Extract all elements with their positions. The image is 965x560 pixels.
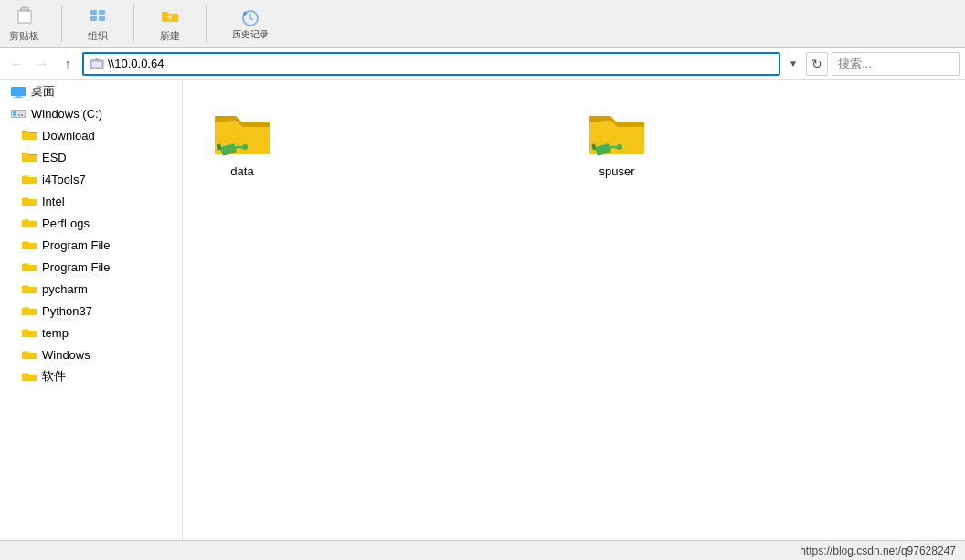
sidebar-item-desktop[interactable]: 桌面 [0, 80, 182, 102]
main-layout: 桌面 Windows (C:) Download [0, 80, 965, 540]
toolbar-sep-3 [206, 5, 207, 42]
svg-rect-2 [21, 7, 28, 11]
toolbar-open-icons: 历史记录 [228, 6, 272, 43]
status-text: https://blog.csdn.net/q97628247 [800, 544, 956, 557]
sidebar-esd-label: ESD [42, 151, 67, 164]
folder-icon-software [22, 370, 37, 383]
svg-text:+: + [167, 13, 172, 22]
folder-icon-esd [22, 151, 37, 164]
svg-rect-11 [92, 62, 101, 67]
sidebar-item-pycharm[interactable]: pycharm [0, 278, 182, 300]
folder-icon-programfile1 [22, 238, 37, 251]
sidebar-item-i4tools7[interactable]: i4Tools7 [0, 168, 182, 190]
folder-icon-i4tools7 [22, 173, 37, 185]
status-bar: https://blog.csdn.net/q97628247 [0, 540, 965, 560]
toolbar-paste-btn[interactable] [11, 4, 38, 27]
address-bar: ← → ↑ ▼ ↻ [0, 48, 965, 80]
toolbar-new-folder-btn[interactable]: + [156, 4, 184, 27]
folder-item-spuser[interactable]: spuser [576, 99, 658, 184]
toolbar-clipboard-icons [11, 4, 38, 27]
folder-spuser-name: spuser [599, 164, 634, 178]
svg-rect-18 [13, 111, 16, 116]
sidebar-item-windows-drive[interactable]: Windows (C:) [0, 102, 182, 124]
folder-icon-download [22, 129, 37, 142]
search-input[interactable] [838, 57, 953, 70]
toolbar-group-new: + 新建 [156, 4, 184, 47]
sidebar-item-programfile2[interactable]: Program File [0, 256, 182, 278]
folder-item-data[interactable]: data [201, 99, 283, 184]
svg-rect-6 [99, 16, 105, 21]
svg-rect-1 [18, 11, 31, 23]
toolbar-new-icons: + [156, 4, 184, 27]
sidebar-drive-label: Windows (C:) [31, 107, 102, 121]
toolbar-group-clipboard: 剪贴板 [9, 4, 39, 47]
svg-point-23 [242, 144, 248, 150]
toolbar-sep-2 [133, 5, 134, 42]
network-folder-spuser-icon [585, 104, 649, 161]
sidebar-item-software[interactable]: 软件 [0, 365, 182, 387]
history-icon [240, 8, 260, 28]
svg-rect-5 [90, 16, 97, 21]
back-button[interactable]: ← [5, 53, 27, 75]
sidebar-intel-label: Intel [42, 195, 65, 208]
svg-rect-3 [90, 10, 97, 15]
search-box [832, 52, 960, 76]
folder-icon-pycharm [22, 282, 37, 295]
sidebar-item-perflogs[interactable]: PerfLogs [0, 212, 182, 234]
folder-icon-perflogs [22, 217, 37, 229]
toolbar-organize-btn[interactable] [84, 4, 111, 27]
sidebar-i4tools7-label: i4Tools7 [42, 173, 86, 186]
history-label: 历史记录 [232, 28, 269, 41]
address-input[interactable] [108, 57, 773, 70]
paste-icon [15, 5, 35, 26]
sidebar-download-label: Download [42, 129, 95, 143]
toolbar-clipboard-label: 剪贴板 [9, 29, 39, 43]
desktop-icon [11, 85, 26, 98]
sidebar-item-esd[interactable]: ESD [0, 146, 182, 168]
forward-button[interactable]: → [31, 53, 53, 75]
up-button[interactable]: ↑ [57, 53, 79, 75]
new-folder-icon: + [160, 5, 180, 26]
toolbar-group-organize: 组织 [84, 4, 111, 47]
sidebar-item-python37[interactable]: Python37 [0, 300, 182, 322]
sidebar-software-label: 软件 [42, 368, 66, 385]
address-dropdown-btn[interactable]: ▼ [784, 53, 802, 75]
content-area: data spuser [183, 80, 965, 540]
folder-icon-intel [22, 195, 37, 207]
toolbar-new-label: 新建 [160, 29, 180, 43]
toolbar: 剪贴板 组织 + 新建 [0, 0, 965, 48]
sidebar-temp-label: temp [42, 326, 69, 340]
svg-rect-20 [21, 114, 23, 116]
network-folder-data-icon [210, 104, 274, 161]
folder-data-name: data [230, 164, 253, 178]
sidebar-item-temp[interactable]: temp [0, 322, 182, 343]
toolbar-organize-icons [84, 4, 111, 27]
sidebar: 桌面 Windows (C:) Download [0, 80, 183, 540]
sidebar-desktop-label: 桌面 [31, 83, 55, 100]
sidebar-programfile2-label: Program File [42, 260, 110, 274]
sidebar-pycharm-label: pycharm [42, 282, 88, 296]
sidebar-item-windows[interactable]: Windows [0, 343, 182, 365]
network-location-icon [90, 57, 104, 71]
sidebar-programfile1-label: Program File [42, 238, 110, 252]
folder-icon-programfile2 [22, 260, 37, 273]
folder-icon-temp [22, 326, 37, 339]
toolbar-organize-label: 组织 [88, 29, 108, 43]
drive-icon [11, 107, 26, 120]
sidebar-python37-label: Python37 [42, 304, 92, 318]
toolbar-history-btn[interactable]: 历史记录 [228, 6, 272, 43]
toolbar-sep-1 [61, 5, 62, 42]
sidebar-item-download[interactable]: Download [0, 124, 182, 146]
svg-rect-15 [14, 97, 23, 98]
sidebar-item-intel[interactable]: Intel [0, 190, 182, 212]
toolbar-group-open: 历史记录 [228, 6, 272, 47]
sidebar-perflogs-label: PerfLogs [42, 217, 90, 230]
svg-point-26 [617, 144, 622, 150]
svg-rect-19 [18, 114, 20, 116]
svg-rect-13 [11, 87, 26, 96]
folder-icon-windows [22, 348, 37, 361]
sidebar-item-programfile1[interactable]: Program File [0, 234, 182, 256]
refresh-button[interactable]: ↻ [806, 52, 828, 76]
folder-icon-python37 [22, 304, 37, 317]
svg-rect-4 [99, 10, 105, 15]
